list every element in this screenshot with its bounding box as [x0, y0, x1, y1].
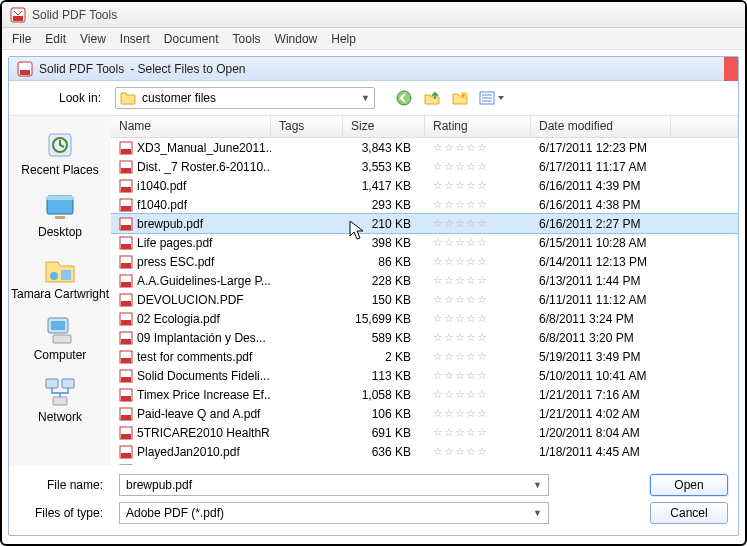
application-window: Solid PDF Tools File Edit View Insert Do…: [0, 0, 747, 546]
file-row[interactable]: DEVOLUCION.PDF150 KB☆☆☆☆☆6/11/2011 11:12…: [111, 290, 738, 309]
menu-insert[interactable]: Insert: [120, 32, 150, 46]
file-size-cell: 636 KB: [343, 445, 425, 459]
computer-icon: [43, 313, 77, 347]
menu-view[interactable]: View: [80, 32, 106, 46]
file-row[interactable]: 5TRICARE2010 HealthR...691 KB☆☆☆☆☆1/20/2…: [111, 423, 738, 442]
menu-document[interactable]: Document: [164, 32, 219, 46]
file-row[interactable]: PlayedJan2010.pdf636 KB☆☆☆☆☆1/18/2011 4:…: [111, 442, 738, 461]
file-name-cell: A.A.Guidelines-Large P...: [111, 274, 271, 288]
col-header-tags[interactable]: Tags: [271, 116, 343, 137]
file-size-cell: 150 KB: [343, 293, 425, 307]
file-row[interactable]: press ESC.pdf86 KB☆☆☆☆☆6/14/2011 12:13 P…: [111, 252, 738, 271]
file-name-cell: 5TRICARE2010 HealthR...: [111, 426, 271, 440]
place-network[interactable]: Network: [9, 371, 111, 429]
file-row[interactable]: Timex Price Increase Ef...1,058 KB☆☆☆☆☆1…: [111, 385, 738, 404]
chevron-down-icon: ▼: [533, 480, 542, 490]
file-row[interactable]: f1040.pdf293 KB☆☆☆☆☆6/16/2011 4:38 PM: [111, 195, 738, 214]
file-size-cell: 293 KB: [343, 198, 425, 212]
file-row[interactable]: Dist. _7 Roster.6-20110...3,553 KB☆☆☆☆☆6…: [111, 157, 738, 176]
svg-rect-13: [47, 196, 73, 200]
desktop-icon: [43, 190, 77, 224]
svg-rect-48: [121, 377, 131, 382]
file-name-cell: Timex Price Increase Ef...: [111, 388, 271, 402]
file-row[interactable]: A.A.Guidelines-Large P...228 KB☆☆☆☆☆6/13…: [111, 271, 738, 290]
file-rating-cell: ☆☆☆☆☆: [425, 464, 531, 465]
close-icon[interactable]: [724, 57, 738, 81]
place-desktop[interactable]: Desktop: [9, 186, 111, 244]
place-computer[interactable]: Computer: [9, 309, 111, 367]
file-date-cell: 6/8/2011 3:20 PM: [531, 331, 681, 345]
file-size-cell: 106 KB: [343, 407, 425, 421]
col-header-name[interactable]: Name: [111, 116, 271, 137]
svg-rect-46: [121, 358, 131, 363]
file-size-cell: 3,843 KB: [343, 141, 425, 155]
network-icon: [43, 375, 77, 409]
svg-rect-20: [46, 379, 58, 388]
file-row[interactable]: XD3_Manual_June2011...3,843 KB☆☆☆☆☆6/17/…: [111, 138, 738, 157]
file-row[interactable]: Solid Documents Fideli...113 KB☆☆☆☆☆5/10…: [111, 366, 738, 385]
lookin-value: customer files: [142, 91, 216, 105]
filename-combo[interactable]: brewpub.pdf ▼: [119, 474, 549, 496]
place-label: Desktop: [38, 226, 82, 240]
lookin-combo[interactable]: customer files ▼: [115, 87, 375, 109]
file-row[interactable]: 02 Ecologia.pdf15,699 KB☆☆☆☆☆6/8/2011 3:…: [111, 309, 738, 328]
svg-rect-32: [121, 225, 131, 230]
file-list[interactable]: Name Tags Size Rating Date modified XD3_…: [111, 116, 738, 465]
file-rating-cell: ☆☆☆☆☆: [425, 426, 531, 439]
user-folder-icon: [43, 252, 77, 286]
file-name-cell: f1040.pdf: [111, 198, 271, 212]
back-button[interactable]: [393, 87, 415, 109]
menu-file[interactable]: File: [12, 32, 31, 46]
file-date-cell: 5/10/2011 10:41 AM: [531, 369, 681, 383]
file-row[interactable]: test for comments.pdf2 KB☆☆☆☆☆5/19/2011 …: [111, 347, 738, 366]
titlebar[interactable]: Solid PDF Tools: [2, 2, 745, 28]
svg-rect-21: [62, 379, 74, 388]
dialog-titlebar[interactable]: Solid PDF Tools - Select Files to Open: [9, 57, 738, 81]
menu-edit[interactable]: Edit: [45, 32, 66, 46]
new-folder-button[interactable]: [449, 87, 471, 109]
filename-label: File name:: [19, 478, 109, 492]
filetype-combo[interactable]: Adobe PDF (*.pdf) ▼: [119, 502, 549, 524]
file-row[interactable]: i1040.pdf1,417 KB☆☆☆☆☆6/16/2011 4:39 PM: [111, 176, 738, 195]
col-header-size[interactable]: Size: [343, 116, 425, 137]
place-user[interactable]: Tamara Cartwright: [9, 248, 111, 306]
col-header-rating[interactable]: Rating: [425, 116, 531, 137]
file-date-cell: 1/15/2011 2:27 PM: [531, 464, 681, 466]
svg-rect-30: [121, 206, 131, 211]
file-size-cell: 228 KB: [343, 274, 425, 288]
file-date-cell: 6/13/2011 1:44 PM: [531, 274, 681, 288]
file-rating-cell: ☆☆☆☆☆: [425, 312, 531, 325]
dialog-title-main: Solid PDF Tools: [39, 62, 124, 76]
file-size-cell: 1,417 KB: [343, 179, 425, 193]
svg-rect-50: [121, 396, 131, 401]
file-row[interactable]: Life pages.pdf398 KB☆☆☆☆☆6/15/2011 10:28…: [111, 233, 738, 252]
chevron-down-icon: ▼: [533, 508, 542, 518]
view-menu-button[interactable]: [477, 87, 507, 109]
dialog-title-sub: - Select Files to Open: [130, 62, 245, 76]
menu-window[interactable]: Window: [275, 32, 318, 46]
file-name-cell: brewpub.pdf: [111, 217, 271, 231]
menu-help[interactable]: Help: [331, 32, 356, 46]
open-button[interactable]: Open: [650, 474, 728, 496]
file-name-cell: DEVOLUCION.PDF: [111, 293, 271, 307]
file-name-cell: A........... 7.pdf: [111, 464, 271, 466]
svg-rect-3: [20, 70, 30, 75]
file-row[interactable]: Paid-leave Q and A.pdf106 KB☆☆☆☆☆1/21/20…: [111, 404, 738, 423]
file-row[interactable]: brewpub.pdf210 KB☆☆☆☆☆6/16/2011 2:27 PM: [111, 214, 738, 233]
svg-rect-52: [121, 415, 131, 420]
svg-point-15: [50, 272, 58, 280]
file-size-cell: 2 KB: [343, 350, 425, 364]
file-row[interactable]: A........... 7.pdf1,024 KB☆☆☆☆☆1/15/2011…: [111, 461, 738, 465]
file-name-cell: PlayedJan2010.pdf: [111, 445, 271, 459]
svg-rect-14: [55, 216, 65, 219]
svg-rect-54: [121, 434, 131, 439]
file-rating-cell: ☆☆☆☆☆: [425, 369, 531, 382]
up-one-level-button[interactable]: [421, 87, 443, 109]
file-row[interactable]: 09 Implantación y Des...589 KB☆☆☆☆☆6/8/2…: [111, 328, 738, 347]
place-recent[interactable]: Recent Places: [9, 124, 111, 182]
menu-tools[interactable]: Tools: [233, 32, 261, 46]
file-size-cell: 691 KB: [343, 426, 425, 440]
col-header-date[interactable]: Date modified: [531, 116, 671, 137]
cancel-button[interactable]: Cancel: [650, 502, 728, 524]
file-name-cell: Dist. _7 Roster.6-20110...: [111, 160, 271, 174]
